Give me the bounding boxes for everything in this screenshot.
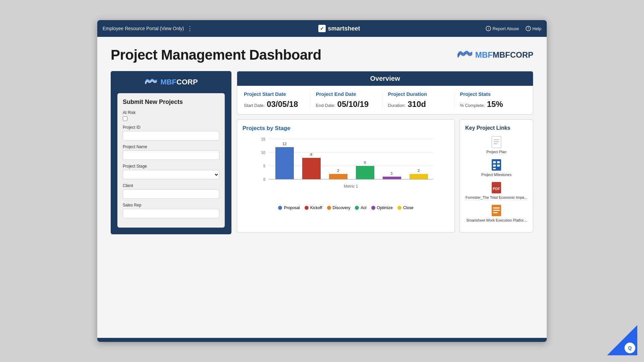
project-milestones-label: Project Milestones bbox=[481, 173, 512, 177]
orange-doc-icon bbox=[491, 204, 502, 217]
svg-rect-20 bbox=[383, 177, 401, 179]
left-panel-logo: MBFCORP bbox=[117, 78, 225, 86]
submit-form: Submit New Projects At Risk Project ID P… bbox=[117, 93, 225, 228]
portal-title-area: Employee Resource Portal (View Only) ⋮ bbox=[103, 25, 193, 32]
project-stage-label: Project Stage bbox=[123, 164, 219, 169]
client-input[interactable] bbox=[123, 189, 219, 199]
smartsheet-logo-mark: ✓ bbox=[318, 25, 326, 32]
project-id-label: Project ID bbox=[123, 125, 219, 130]
start-date-section: Project Start Date Start Date: 03/05/18 bbox=[244, 91, 311, 109]
bar-chart-svg: 15 10 5 0 12 8 bbox=[243, 136, 449, 196]
overview-body: Project Start Date Start Date: 03/05/18 … bbox=[237, 86, 533, 114]
corner-badge-area: Q bbox=[607, 325, 637, 355]
svg-rect-26 bbox=[492, 136, 501, 148]
at-risk-group: At Risk bbox=[123, 110, 219, 121]
svg-rect-18 bbox=[356, 166, 374, 179]
svg-rect-31 bbox=[493, 161, 496, 163]
smartsheet-doc-label: Smartsheet Work Execution Platfor... bbox=[466, 218, 527, 222]
client-label: Client bbox=[123, 183, 219, 188]
end-date-value: 05/10/19 bbox=[337, 100, 369, 109]
links-title: Key Project Links bbox=[465, 125, 528, 131]
svg-rect-33 bbox=[493, 165, 496, 167]
portal-menu-icon[interactable]: ⋮ bbox=[187, 25, 193, 32]
mbfcorp-logo-svg bbox=[457, 50, 473, 60]
svg-text:2: 2 bbox=[418, 169, 420, 173]
svg-rect-16 bbox=[329, 174, 347, 179]
svg-text:2: 2 bbox=[337, 169, 339, 173]
sales-rep-input[interactable] bbox=[123, 209, 219, 218]
link-project-plan[interactable]: Project Plan bbox=[465, 136, 528, 154]
svg-rect-39 bbox=[493, 207, 500, 208]
project-plan-icon bbox=[491, 136, 502, 148]
svg-rect-32 bbox=[497, 161, 500, 163]
proposal-dot bbox=[278, 206, 282, 210]
brand-area: ✓ smartsheet bbox=[318, 25, 360, 32]
link-smartsheet-doc[interactable]: Smartsheet Work Execution Platfor... bbox=[465, 204, 528, 222]
legend-close: Close bbox=[397, 205, 414, 210]
kickoff-dot bbox=[305, 206, 309, 210]
complete-value: 15% bbox=[487, 100, 503, 109]
svg-rect-34 bbox=[497, 165, 500, 167]
mbfcorp-logo-icon bbox=[457, 50, 473, 60]
dashboard-title: Project Management Dashboard bbox=[111, 47, 321, 63]
report-abuse-button[interactable]: i Report Abuse bbox=[486, 26, 519, 31]
duration-section: Project Duration Duration: 310d bbox=[383, 91, 455, 109]
start-date-value: 03/05/18 bbox=[267, 100, 298, 109]
end-date-row: End Date: 05/10/19 bbox=[316, 100, 377, 109]
end-date-section: Project End Date End Date: 05/10/19 bbox=[311, 91, 383, 109]
top-bar: Employee Resource Portal (View Only) ⋮ ✓… bbox=[97, 20, 547, 37]
brand-name: smartsheet bbox=[328, 25, 360, 32]
mbfcorp-label: MBFCORP bbox=[493, 50, 533, 59]
link-forrester[interactable]: PDF Forrester_The Total Economic Impa... bbox=[465, 181, 528, 199]
close-label: Close bbox=[403, 205, 414, 210]
svg-rect-22 bbox=[410, 174, 428, 179]
svg-text:15: 15 bbox=[261, 137, 265, 141]
svg-text:5: 5 bbox=[364, 161, 366, 165]
svg-rect-41 bbox=[493, 212, 498, 213]
project-name-input[interactable] bbox=[123, 150, 219, 160]
pdf-icon: PDF bbox=[491, 181, 502, 194]
svg-text:10: 10 bbox=[261, 150, 265, 155]
duration-label: Duration: bbox=[388, 103, 406, 108]
bottom-section: Projects by Stage 15 10 bbox=[237, 119, 533, 233]
svg-text:Q: Q bbox=[628, 345, 632, 351]
end-date-label: End Date: bbox=[316, 103, 335, 108]
project-stage-group: Project Stage bbox=[123, 164, 219, 179]
project-stage-select[interactable] bbox=[123, 170, 219, 179]
svg-text:?: ? bbox=[527, 27, 529, 31]
links-card: Key Project Links Project Plan bbox=[460, 119, 533, 233]
duration-row: Duration: 310d bbox=[388, 100, 449, 109]
legend-discovery: Discovery bbox=[327, 205, 351, 210]
svg-text:Metric 1: Metric 1 bbox=[344, 184, 358, 189]
legend-proposal: Proposal bbox=[278, 205, 300, 210]
project-plan-label: Project Plan bbox=[486, 150, 506, 154]
project-id-input[interactable] bbox=[123, 131, 219, 140]
kickoff-label: Kickoff bbox=[310, 205, 322, 210]
act-dot bbox=[355, 206, 359, 210]
svg-text:i: i bbox=[488, 27, 489, 31]
start-date-label: Start Date: bbox=[244, 103, 265, 108]
svg-text:1: 1 bbox=[391, 171, 393, 175]
project-id-group: Project ID bbox=[123, 125, 219, 140]
complete-label: % Complete: bbox=[460, 103, 485, 108]
svg-rect-12 bbox=[275, 147, 294, 179]
svg-rect-40 bbox=[493, 210, 500, 211]
legend-optimize: Optimize bbox=[371, 205, 393, 210]
duration-title: Project Duration bbox=[388, 91, 449, 97]
link-project-milestones[interactable]: Project Milestones bbox=[465, 159, 528, 177]
svg-text:0: 0 bbox=[263, 177, 265, 181]
dashboard-header: Project Management Dashboard MBFMBFCORP bbox=[111, 47, 533, 63]
start-date-title: Project Start Date bbox=[244, 91, 305, 97]
duration-value: 310d bbox=[408, 100, 426, 109]
form-title: Submit New Projects bbox=[123, 99, 219, 106]
left-logo-icon bbox=[144, 78, 158, 86]
chart-area: 15 10 5 0 12 8 bbox=[243, 136, 449, 203]
act-label: Act bbox=[361, 205, 366, 210]
right-panel: Overview Project Start Date Start Date: … bbox=[237, 71, 533, 234]
project-name-label: Project Name bbox=[123, 144, 219, 149]
at-risk-checkbox[interactable] bbox=[123, 116, 127, 121]
help-button[interactable]: ? Help bbox=[526, 26, 541, 31]
stats-section: Project Stats % Complete: 15% bbox=[454, 91, 526, 109]
end-date-title: Project End Date bbox=[316, 91, 377, 97]
discovery-dot bbox=[327, 206, 331, 210]
